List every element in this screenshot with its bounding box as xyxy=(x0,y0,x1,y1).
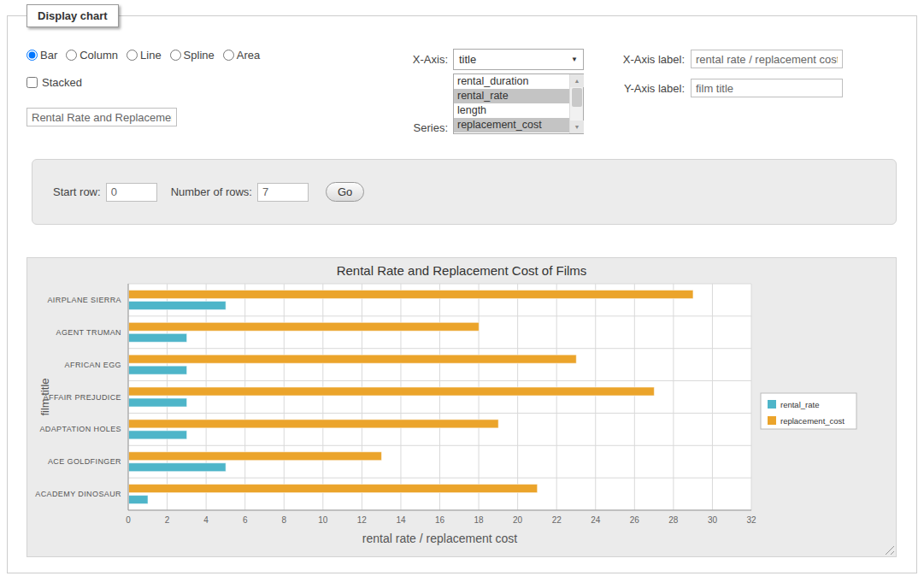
x-axis-label-caption: X-Axis label: xyxy=(606,53,685,66)
rows-panel: Start row: Number of rows: Go xyxy=(32,159,897,225)
series-option-replacement_cost[interactable]: replacement_cost xyxy=(454,118,569,132)
x-tick-label: 12 xyxy=(357,515,368,525)
series-option-length[interactable]: length xyxy=(454,103,569,118)
radio-bar-input[interactable] xyxy=(26,50,38,61)
x-tick-label: 22 xyxy=(552,515,562,525)
series-option-rental_duration[interactable]: rental_duration xyxy=(454,74,569,89)
stacked-checkbox-input[interactable] xyxy=(26,77,38,88)
radio-line-label: Line xyxy=(140,49,162,62)
bar-rental_rate xyxy=(129,496,149,504)
y-axis-title: film title xyxy=(38,355,51,440)
x-tick-label: 16 xyxy=(435,515,445,525)
bar-replacement_cost xyxy=(129,290,693,298)
legend-label-replacement_cost[interactable]: replacement_cost xyxy=(780,416,845,426)
y-axis-label-input[interactable] xyxy=(691,79,843,97)
radio-spline-label: Spline xyxy=(184,49,215,62)
legend-swatch-replacement_cost xyxy=(768,416,776,425)
radio-column[interactable]: Column xyxy=(66,49,118,62)
x-tick-label: 30 xyxy=(708,515,718,525)
legend-swatch-rental_rate xyxy=(768,400,776,409)
x-axis-select[interactable]: title ▼ xyxy=(453,49,584,70)
x-tick-label: 2 xyxy=(165,515,170,525)
x-tick-label: 8 xyxy=(281,515,286,525)
stacked-checkbox[interactable]: Stacked xyxy=(26,76,82,89)
scroll-down-icon[interactable]: ▼ xyxy=(570,121,584,133)
x-tick-label: 0 xyxy=(126,515,131,525)
series-listbox-items: rental_durationrental_ratelengthreplacem… xyxy=(454,74,569,133)
stacked-label: Stacked xyxy=(42,76,82,89)
category-label: ACADEMY DINOSAUR xyxy=(35,490,121,498)
category-label: AGENT TRUMAN xyxy=(56,328,121,337)
legend-label-rental_rate[interactable]: rental_rate xyxy=(780,400,819,409)
radio-spline-input[interactable] xyxy=(170,50,181,61)
category-label: ADAPTATION HOLES xyxy=(39,425,121,433)
category-label: ACE GOLDFINGER xyxy=(48,457,121,466)
bar-replacement_cost xyxy=(129,355,577,363)
number-of-rows-label: Number of rows: xyxy=(171,185,252,198)
radio-bar-label: Bar xyxy=(40,49,57,62)
bar-chart: 02468101214161820222426283032AIRPLANE SI… xyxy=(27,258,896,556)
bar-rental_rate xyxy=(129,463,227,472)
category-label: AFRICAN EGG xyxy=(65,361,121,369)
x-tick-label: 4 xyxy=(203,515,209,525)
x-tick-label: 26 xyxy=(630,515,640,525)
x-axis-select-label: X-Axis: xyxy=(388,53,448,66)
listbox-scrollbar[interactable]: ▲ ▼ xyxy=(569,74,583,133)
series-listbox[interactable]: rental_durationrental_ratelengthreplacem… xyxy=(453,73,584,134)
chart-title-input[interactable] xyxy=(26,108,177,126)
chevron-down-icon: ▼ xyxy=(571,56,578,63)
number-of-rows-input[interactable] xyxy=(257,183,309,202)
bar-replacement_cost xyxy=(129,420,499,428)
display-chart-panel: Display chart Bar Column Line Spline Are… xyxy=(7,15,917,573)
y-axis-label-caption: Y-Axis label: xyxy=(606,82,685,95)
radio-spline[interactable]: Spline xyxy=(170,49,215,62)
x-tick-label: 18 xyxy=(474,515,485,525)
x-tick-label: 28 xyxy=(668,515,679,525)
bar-rental_rate xyxy=(129,301,227,309)
bar-replacement_cost xyxy=(129,387,655,396)
x-tick-label: 32 xyxy=(746,515,756,525)
category-label: AFFAIR PREJUDICE xyxy=(44,393,121,402)
radio-bar[interactable]: Bar xyxy=(26,49,57,62)
go-button[interactable]: Go xyxy=(326,182,364,202)
x-tick-label: 6 xyxy=(243,515,248,525)
bar-replacement_cost xyxy=(129,485,538,493)
radio-column-input[interactable] xyxy=(66,50,77,61)
radio-line[interactable]: Line xyxy=(127,49,162,62)
start-row-label: Start row: xyxy=(53,185,101,198)
radio-line-input[interactable] xyxy=(127,50,138,61)
bar-rental_rate xyxy=(129,333,187,342)
scroll-thumb[interactable] xyxy=(572,88,582,107)
start-row-input[interactable] xyxy=(106,183,157,202)
x-tick-label: 10 xyxy=(318,515,328,525)
bar-replacement_cost xyxy=(129,322,480,331)
radio-area[interactable]: Area xyxy=(223,49,260,62)
chart-type-radio-group: Bar Column Line Spline Area xyxy=(26,49,260,62)
x-axis-selected-value: title xyxy=(459,53,476,66)
bar-rental_rate xyxy=(129,431,187,439)
bar-rental_rate xyxy=(129,398,187,407)
bar-replacement_cost xyxy=(129,452,382,461)
radio-area-input[interactable] xyxy=(223,50,234,61)
scroll-up-icon[interactable]: ▲ xyxy=(570,74,584,87)
panel-legend: Display chart xyxy=(26,4,119,27)
series-option-rental_rate[interactable]: rental_rate xyxy=(454,89,569,103)
radio-column-label: Column xyxy=(79,49,118,62)
bar-rental_rate xyxy=(129,366,187,374)
chart-container: Rental Rate and Replacement Cost of Film… xyxy=(26,257,897,557)
x-axis-title: rental rate / replacement cost xyxy=(128,532,751,545)
x-tick-label: 14 xyxy=(396,515,406,525)
category-label: AIRPLANE SIERRA xyxy=(47,296,121,304)
x-tick-label: 20 xyxy=(513,515,523,525)
x-tick-label: 24 xyxy=(591,515,601,525)
radio-area-label: Area xyxy=(237,49,260,62)
series-select-label: Series: xyxy=(388,121,448,134)
x-axis-label-input[interactable] xyxy=(691,50,843,68)
